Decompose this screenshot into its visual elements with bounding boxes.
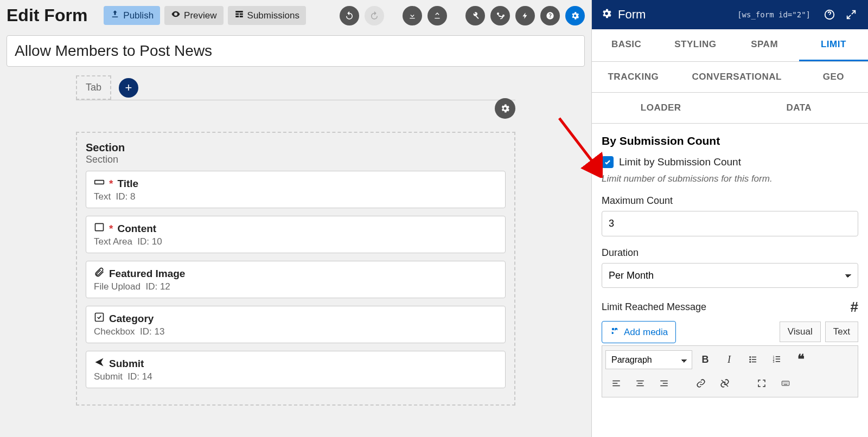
tab-styling[interactable]: STYLING: [661, 29, 730, 61]
field-card[interactable]: *ContentText Area ID: 10: [86, 216, 506, 253]
download-icon[interactable]: [403, 6, 422, 25]
text-icon: [94, 177, 105, 190]
plus-icon: +: [125, 81, 132, 95]
field-meta: File Upload ID: 12: [94, 281, 497, 292]
field-card[interactable]: Featured ImageFile Upload ID: 12: [86, 261, 506, 298]
help-icon[interactable]: [821, 7, 838, 23]
tab-spam[interactable]: SPAM: [730, 29, 799, 61]
svg-rect-7: [752, 357, 756, 358]
undo-icon[interactable]: [340, 6, 359, 25]
svg-rect-26: [660, 385, 668, 387]
duration-label: Duration: [602, 247, 858, 259]
field-card[interactable]: *TitleText ID: 8: [86, 171, 506, 208]
svg-text:3: 3: [773, 360, 775, 363]
max-count-label: Maximum Count: [602, 195, 858, 207]
svg-rect-11: [752, 362, 756, 363]
add-media-button[interactable]: Add media: [602, 321, 676, 343]
publish-button[interactable]: Publish: [104, 6, 160, 25]
preview-button[interactable]: Preview: [164, 6, 223, 25]
redo-icon[interactable]: [365, 6, 384, 25]
field-card[interactable]: CategoryCheckbox ID: 13: [86, 306, 506, 343]
editor-tab-visual[interactable]: Visual: [780, 322, 821, 342]
message-label: Limit Reached Message: [602, 301, 706, 313]
svg-rect-0: [95, 181, 104, 184]
side-panel-title: Form: [618, 8, 646, 22]
eye-icon: [171, 9, 181, 22]
form-title-input[interactable]: [7, 35, 585, 67]
submissions-label: Submissions: [247, 10, 299, 21]
section-title: Section: [86, 142, 506, 154]
form-section: Section Section *TitleText ID: 8*Content…: [76, 132, 515, 406]
submissions-button[interactable]: Submissions: [228, 6, 306, 25]
add-tab-button[interactable]: +: [119, 78, 138, 98]
quote-icon[interactable]: ❝: [790, 349, 812, 370]
upload-icon: [110, 9, 120, 22]
svg-point-5: [612, 328, 615, 331]
svg-rect-18: [612, 381, 620, 382]
align-center-icon[interactable]: [629, 373, 651, 394]
shortcode-text: [ws_form id="2"]: [737, 10, 810, 19]
align-right-icon[interactable]: [653, 373, 675, 394]
svg-rect-1: [95, 223, 104, 230]
bolt-icon[interactable]: [515, 6, 535, 25]
tab-limit[interactable]: LIMIT: [799, 29, 868, 61]
expand-icon[interactable]: [843, 7, 859, 23]
tools-icon[interactable]: [465, 6, 485, 25]
field-card[interactable]: SubmitSubmit ID: 14: [86, 351, 506, 388]
svg-rect-19: [612, 383, 617, 384]
tab-geo[interactable]: GEO: [799, 62, 868, 92]
svg-rect-17: [776, 361, 780, 362]
editor-tab-text[interactable]: Text: [825, 322, 858, 342]
field-label: Content: [117, 223, 156, 235]
fullscreen-icon[interactable]: [751, 373, 773, 394]
tab-tracking[interactable]: TRACKING: [592, 62, 675, 92]
publish-label: Publish: [123, 10, 154, 21]
tab-data[interactable]: DATA: [730, 93, 869, 123]
italic-icon[interactable]: I: [718, 349, 740, 370]
tab-basic[interactable]: BASIC: [592, 29, 661, 61]
svg-rect-22: [638, 383, 643, 384]
limit-checkbox[interactable]: [602, 156, 614, 168]
svg-rect-15: [776, 359, 780, 360]
rte-toolbar: Paragraph B I 123 ❝: [602, 345, 858, 397]
page-title: Edit Form: [7, 5, 87, 25]
tab-conversational[interactable]: CONVERSATIONAL: [675, 62, 799, 92]
branch-icon[interactable]: [490, 6, 510, 25]
bullet-list-icon[interactable]: [742, 349, 764, 370]
import-icon[interactable]: [427, 6, 447, 25]
svg-point-6: [749, 356, 751, 358]
section-settings-icon[interactable]: [495, 98, 515, 119]
svg-point-8: [749, 359, 751, 361]
rte-format-select[interactable]: Paragraph: [605, 350, 692, 369]
duration-select[interactable]: Per Month: [602, 263, 858, 288]
gear-icon: [601, 8, 612, 22]
help-icon[interactable]: [540, 6, 560, 25]
align-left-icon[interactable]: [605, 373, 627, 394]
field-meta: Checkbox ID: 13: [94, 326, 497, 337]
number-list-icon[interactable]: 123: [766, 349, 788, 370]
svg-rect-21: [636, 381, 644, 382]
field-meta: Text Area ID: 10: [94, 236, 497, 247]
tab-placeholder[interactable]: Tab: [76, 75, 111, 100]
field-label: Submit: [109, 358, 144, 370]
tab-loader[interactable]: LOADER: [592, 93, 730, 123]
add-media-label: Add media: [624, 327, 668, 338]
svg-rect-24: [660, 381, 668, 382]
svg-rect-20: [612, 385, 620, 387]
limit-hint: Limit number of submissions for this for…: [602, 173, 858, 184]
section-subtitle: Section: [86, 154, 506, 165]
table-icon: [234, 9, 244, 22]
check-icon: [94, 312, 105, 325]
field-meta: Submit ID: 14: [94, 371, 497, 382]
settings-icon[interactable]: [565, 6, 585, 25]
svg-rect-23: [636, 385, 644, 387]
link-icon[interactable]: [690, 373, 712, 394]
keyboard-icon[interactable]: [775, 373, 796, 394]
side-panel-header: Form [ws_form id="2"]: [592, 0, 868, 29]
svg-rect-25: [663, 383, 668, 384]
media-icon: [610, 326, 620, 338]
unlink-icon[interactable]: [714, 373, 736, 394]
bold-icon[interactable]: B: [694, 349, 716, 370]
hash-icon[interactable]: #: [851, 299, 858, 316]
max-count-input[interactable]: [602, 211, 858, 236]
